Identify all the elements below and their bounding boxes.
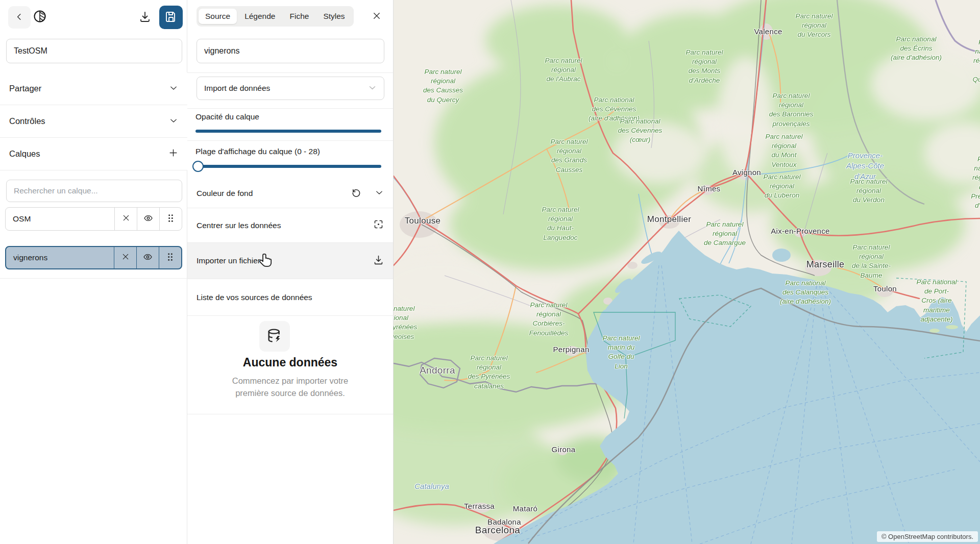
close-panel-button[interactable] — [369, 8, 385, 24]
sidebar-item-controles[interactable]: Contrôles — [0, 105, 187, 138]
section-label: Calques — [9, 149, 40, 159]
section-label: Partager — [9, 84, 41, 93]
sidebar: Partager Contrôles Calques OSM — [0, 0, 187, 544]
remove-layer-button[interactable] — [114, 208, 137, 230]
city-label-andorra: Andorra — [420, 365, 455, 376]
park-label-parc-naturel-r-gional-du-haut-languedoc: Parc naturel régional du Haut- Languedoc — [542, 205, 579, 242]
source-type-select[interactable]: Import de données — [197, 77, 384, 100]
database-zap-icon — [259, 321, 290, 352]
park-label-parc-naturel-r-gional-des-pyr-n-es-ari-geoises: Parc naturel régional des Pyrénées Ariég… — [394, 304, 417, 341]
save-button[interactable] — [159, 6, 183, 29]
park-label-parc-naturel-r-gional-du-queyras: Parc naturel régional du Queyras — [972, 38, 980, 84]
city-label-perpignan: Perpignan — [553, 345, 589, 354]
save-floppy-icon — [165, 11, 177, 24]
background-color-row[interactable]: Couleur de fond — [187, 179, 393, 208]
park-label-parc-naturel-r-gional-des-grands-causses: Parc naturel régional des Grands Causses — [551, 137, 588, 175]
toggle-visibility-button[interactable] — [136, 247, 159, 268]
park-label-parc-naturel-r-gional-des-pr-alpes-d-azur: Parc naturel régional des Préalpes d'Azu… — [971, 155, 980, 210]
chevron-down-icon[interactable] — [375, 188, 384, 199]
drag-handle[interactable] — [159, 208, 182, 230]
tab-source[interactable]: Source — [199, 9, 237, 24]
city-label-matar-: Mataró — [513, 504, 538, 513]
city-label-marseille: Marseille — [806, 259, 845, 270]
chevron-down-icon — [169, 83, 178, 94]
city-label-montpellier: Montpellier — [647, 214, 691, 225]
center-on-data-row[interactable]: Centrer sur les données — [187, 208, 393, 243]
plus-icon[interactable] — [168, 148, 178, 160]
data-sources-list-row[interactable]: Liste de vos sources de données — [187, 279, 393, 316]
contrast-theme-icon[interactable] — [33, 9, 49, 26]
remove-layer-button[interactable] — [114, 247, 136, 268]
layer-search-input[interactable] — [6, 180, 182, 202]
park-label-parc-naturel-marin-du-golfe-du-lion: Parc naturel marin du Golfe du Lion — [603, 334, 640, 371]
city-label-valence: Valence — [754, 27, 782, 36]
park-label-parc-naturel-r-gional-des-monts-d-ard-che: Parc naturel régional des Monts d'Ardèch… — [686, 48, 723, 85]
toggle-visibility-button[interactable] — [137, 208, 159, 230]
layer-name: vignerons — [6, 247, 114, 268]
park-label-parc-national-de-port-cros-aire-maritime-adjacente-: Parc national de Port- Cros (aire mariti… — [917, 278, 957, 324]
project-name-input[interactable] — [6, 39, 182, 63]
section-label: Contrôles — [9, 116, 45, 126]
empty-state: Aucune données Commencez par importer vo… — [187, 316, 393, 414]
region-label-catalunya: Catalunya — [414, 481, 449, 491]
layer-row-vignerons[interactable]: vignerons — [5, 246, 182, 269]
city-label-aix-en-provence: Aix-en-Provence — [771, 227, 829, 235]
export-download-button[interactable] — [135, 7, 155, 28]
park-label-parc-naturel-r-gional-du-verdon: Parc naturel régional du Verdon — [850, 177, 888, 205]
city-label-terrassa: Terrassa — [464, 502, 495, 510]
map-labels-layer: ValenceToulouseMontpellierNîmesAvignonAi… — [394, 0, 980, 544]
sidebar-item-calques[interactable]: Calques — [0, 138, 187, 170]
chevron-down-icon — [169, 116, 178, 127]
chevron-left-icon — [15, 12, 24, 23]
eye-icon — [143, 252, 153, 264]
city-label-girona: Girona — [552, 445, 576, 454]
map-editor-app: Partager Contrôles Calques OSM — [0, 0, 980, 544]
park-label-parc-national-des-c-vennes-c-ur-: Parc national des Cévennes (cœur) — [618, 117, 662, 145]
chevron-down-icon — [368, 83, 377, 94]
park-label-parc-national-des-crins-aire-d-adh-sion-: Parc national des Écrins (aire d'adhésio… — [891, 35, 942, 63]
opacity-slider-track[interactable] — [195, 130, 381, 133]
park-label-parc-naturel-r-gional-de-la-sainte-baume: Parc naturel régional de la Sainte- Baum… — [852, 243, 891, 280]
tab-legende[interactable]: Légende — [238, 9, 282, 24]
park-label-parc-naturel-r-gional-de-l-aubrac: Parc naturel régional de l'Aubrac — [545, 56, 582, 84]
download-icon — [139, 11, 151, 24]
park-label-parc-naturel-r-gional-corbi-res-fenouill-des: Parc naturel régional Corbières- Fenouil… — [529, 301, 569, 338]
layer-row-osm[interactable]: OSM — [5, 207, 182, 231]
city-label-avignon: Avignon — [732, 168, 761, 177]
back-button[interactable] — [8, 6, 31, 29]
zoom-range-slider-label: Plage d'affichage du calque (0 - 28) — [195, 147, 320, 156]
zoom-range-handle-min[interactable] — [192, 161, 204, 172]
focus-scan-icon — [373, 219, 384, 232]
tab-styles[interactable]: Styles — [316, 9, 351, 24]
reset-icon[interactable] — [351, 187, 361, 200]
selected-option: Import de données — [204, 84, 368, 93]
data-sources-list-label: Liste de vos sources de données — [197, 293, 384, 302]
park-label-parc-national-des-calanques-aire-d-adh-sion-: Parc national des Calanques (aire d'adhé… — [780, 279, 831, 307]
divider — [0, 278, 187, 279]
tab-fiche[interactable]: Fiche — [283, 9, 315, 24]
city-label-toulon: Toulon — [873, 284, 897, 293]
panel-tabs: Source Légende Fiche Styles — [197, 6, 354, 27]
divider — [187, 140, 393, 141]
park-label-parc-national-des-c-vennes-aire-d-adh-sion-: Parc national des Cévennes (aire d'adhés… — [589, 95, 640, 123]
download-icon — [373, 255, 384, 267]
grip-dots-icon — [167, 214, 175, 225]
import-file-label: Importer un fichier — [197, 256, 373, 265]
mouse-cursor-hand-icon — [258, 253, 274, 271]
close-icon — [121, 253, 130, 263]
layer-name: OSM — [6, 208, 114, 230]
region-label-provence-alpes-c-te-d-azur: Provence- Alpes-Côte d'Azur — [846, 151, 884, 182]
divider — [187, 72, 393, 73]
background-color-label: Couleur de fond — [197, 189, 351, 198]
park-label-parc-naturel-r-gional-du-vercors: Parc naturel régional du Vercors — [796, 12, 833, 40]
city-label-toulouse: Toulouse — [405, 216, 440, 226]
drag-handle[interactable] — [159, 247, 181, 268]
layer-name-input[interactable] — [197, 39, 384, 63]
import-file-row[interactable]: Importer un fichier — [187, 243, 393, 279]
layer-settings-panel: Source Légende Fiche Styles Import de do… — [187, 0, 394, 544]
zoom-range-slider-track[interactable] — [195, 165, 381, 168]
park-label-parc-naturel-r-gional-des-causses-du-quercy: Parc naturel régional des Causses du Que… — [423, 67, 463, 105]
close-icon — [122, 214, 130, 224]
sidebar-item-partager[interactable]: Partager — [0, 72, 187, 105]
map-canvas[interactable]: ValenceToulouseMontpellierNîmesAvignonAi… — [394, 0, 980, 544]
